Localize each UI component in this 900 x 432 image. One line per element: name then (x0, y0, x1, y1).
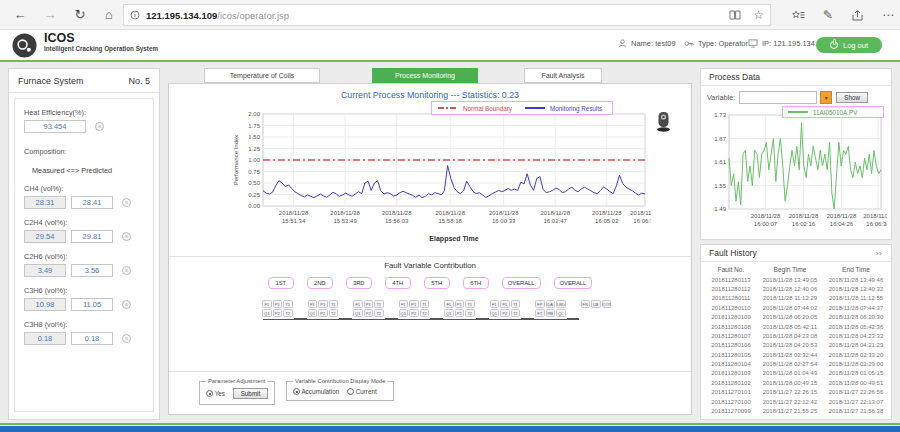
variable-box[interactable]: F1 (308, 300, 318, 308)
variable-box[interactable]: T2 (420, 309, 430, 317)
variable-box[interactable]: Q1 (262, 309, 272, 317)
variable-box[interactable]: P2 (273, 309, 283, 317)
composition-detail-icon[interactable] (122, 266, 131, 275)
fault-history-row[interactable]: 2018112801042018/11/28 02:27:542018/11/2… (705, 359, 887, 368)
variable-select[interactable] (739, 91, 817, 104)
ellipsis-menu-icon[interactable]: ⋯ (882, 9, 894, 21)
variable-box[interactable]: T2 (329, 309, 339, 317)
predicted-input[interactable] (71, 298, 113, 311)
variable-box[interactable]: T1 (420, 300, 430, 308)
share-icon[interactable] (851, 10, 864, 21)
fault-history-row[interactable]: 2018112801092018/11/28 06:20:052018/11/2… (705, 313, 887, 322)
variable-box[interactable]: F1 (353, 300, 363, 308)
variable-box[interactable]: FN (581, 300, 591, 308)
contribution-button-2nd[interactable]: 2ND (307, 277, 333, 289)
reading-view-icon[interactable] (729, 10, 741, 20)
refresh-icon[interactable]: ↻ (68, 3, 92, 27)
composition-detail-icon[interactable] (122, 334, 131, 343)
variable-box[interactable]: FP (535, 300, 545, 308)
variable-box[interactable]: RB (546, 309, 556, 317)
fault-history-row[interactable]: 2018112801082018/11/28 05:42:112018/11/2… (705, 322, 887, 331)
fault-history-row[interactable]: 2018112801032018/11/28 01:04:492018/11/2… (705, 369, 887, 378)
fault-history-row[interactable]: 2018112801122018/11/28 12:40:062018/11/2… (705, 284, 887, 293)
predicted-input[interactable] (71, 264, 113, 277)
accumulation-radio[interactable] (293, 388, 300, 395)
heat-efficiency-input[interactable] (24, 120, 86, 133)
variable-box[interactable]: T1 (465, 300, 475, 308)
variable-box[interactable]: FT (535, 309, 545, 317)
address-bar[interactable]: 121.195.134.109/icos/operator.jsp ☆ (123, 4, 771, 26)
logout-button[interactable]: Log out (816, 37, 882, 53)
variable-dropdown-icon[interactable]: ▾ (820, 91, 832, 104)
measured-input[interactable] (24, 264, 66, 277)
variable-box[interactable]: T2 (465, 309, 475, 317)
variable-box[interactable]: Q1 (353, 309, 363, 317)
fault-history-row[interactable]: 2018112701012018/11/27 22:26:152018/11/2… (705, 388, 887, 397)
tab-process-monitoring[interactable]: Process Monitoring (372, 68, 478, 83)
contribution-button-5th[interactable]: 5TH (424, 277, 450, 289)
variable-box[interactable]: T2 (283, 309, 293, 317)
composition-detail-icon[interactable] (122, 232, 131, 241)
fault-history-row[interactable]: 2018112801132018/11/28 13:49:052018/11/2… (705, 275, 887, 284)
contribution-button-3rd[interactable]: 3RD (346, 277, 372, 289)
variable-box[interactable]: P1 (318, 300, 328, 308)
camera-icon[interactable] (655, 110, 672, 132)
variable-box[interactable]: T2 (511, 309, 521, 317)
variable-box[interactable]: T1 (511, 300, 521, 308)
contribution-button-1st[interactable]: 1ST (268, 277, 294, 289)
fault-history-row[interactable]: 2018112801052018/11/28 02:32:442018/11/2… (705, 350, 887, 359)
variable-box[interactable]: LBD (556, 300, 566, 308)
info-icon[interactable] (130, 10, 140, 20)
fault-history-row[interactable]: 2018112700992018/11/27 21:55:252018/11/2… (705, 406, 887, 415)
variable-box[interactable]: T1 (283, 300, 293, 308)
favorite-star-icon[interactable]: ☆ (753, 9, 764, 21)
heat-efficiency-detail-icon[interactable] (95, 122, 104, 131)
fault-history-row[interactable]: 2018112801102018/11/28 07:44:022018/11/2… (705, 303, 887, 312)
variable-box[interactable]: Q1 (399, 309, 409, 317)
variable-box[interactable]: Q1 (308, 309, 318, 317)
variable-box[interactable]: P1 (409, 300, 419, 308)
variable-box[interactable]: QL (556, 309, 566, 317)
fault-history-row[interactable]: 2018112801112018/11/28 11:12:292018/11/2… (705, 294, 887, 303)
back-icon[interactable]: ← (8, 3, 32, 27)
composition-detail-icon[interactable] (122, 300, 131, 309)
variable-box[interactable]: DA (546, 300, 556, 308)
contribution-button-6th[interactable]: 6TH (463, 277, 489, 289)
current-radio[interactable] (347, 388, 354, 395)
tab-temperature-of-coils[interactable]: Temperature of Coils (204, 68, 320, 83)
variable-box[interactable]: P1 (364, 300, 374, 308)
measured-input[interactable] (24, 298, 66, 311)
favorites-hub-icon[interactable] (792, 10, 805, 21)
variable-box[interactable]: P2 (318, 309, 328, 317)
variable-box[interactable]: UB (591, 300, 601, 308)
submit-button[interactable]: Submit (233, 388, 269, 399)
variable-box[interactable]: P2 (500, 309, 510, 317)
contribution-button-4th[interactable]: 4TH (385, 277, 411, 289)
predicted-input[interactable] (71, 230, 113, 243)
variable-box[interactable]: P2 (455, 309, 465, 317)
variable-box[interactable]: T1 (374, 300, 384, 308)
variable-box[interactable]: T1 (329, 300, 339, 308)
variable-box[interactable]: P1 (500, 300, 510, 308)
annotate-pen-icon[interactable]: ✎ (823, 9, 833, 21)
variable-box[interactable]: Q1 (444, 309, 454, 317)
contribution-button-overall[interactable]: OVERALL (554, 277, 593, 289)
home-icon[interactable]: ⌂ (97, 3, 121, 27)
measured-input[interactable] (24, 332, 66, 345)
variable-box[interactable]: COT (602, 300, 612, 308)
variable-box[interactable]: F1 (399, 300, 409, 308)
fault-history-row[interactable]: 2018112801062018/11/28 04:20:532018/11/2… (705, 341, 887, 350)
contribution-button-overall[interactable]: OVERALL (502, 277, 541, 289)
composition-detail-icon[interactable] (122, 198, 131, 207)
fault-history-row[interactable]: 2018112701002018/11/27 22:12:422018/11/2… (705, 397, 887, 406)
predicted-input[interactable] (71, 332, 113, 345)
show-button[interactable]: Show (836, 92, 868, 103)
variable-box[interactable]: Q1 (490, 309, 500, 317)
variable-box[interactable]: P2 (409, 309, 419, 317)
tab-fault-analysis[interactable]: Fault Analysis (524, 68, 602, 83)
variable-box[interactable]: P1 (273, 300, 283, 308)
fault-history-more-icon[interactable]: ›› (876, 249, 883, 258)
variable-box[interactable]: P1 (455, 300, 465, 308)
variable-box[interactable]: P2 (364, 309, 374, 317)
measured-input[interactable] (24, 196, 66, 209)
